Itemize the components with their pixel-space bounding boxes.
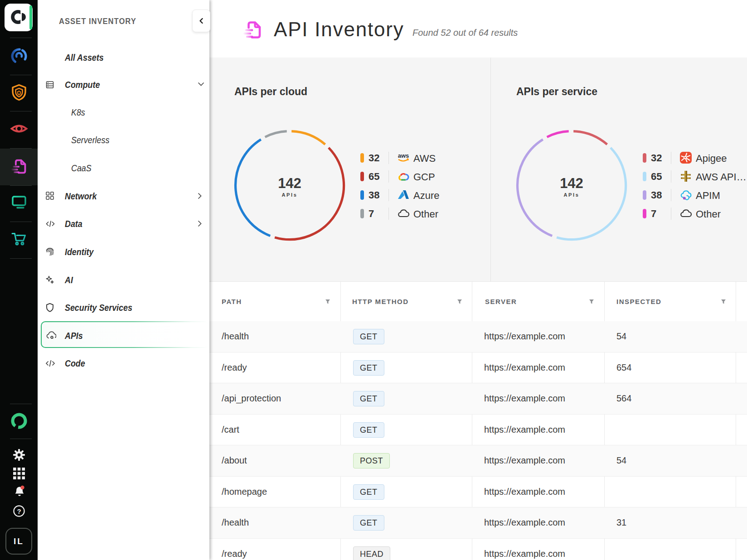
svg-text:aws: aws [398, 152, 409, 159]
svg-text:?: ? [17, 507, 21, 515]
